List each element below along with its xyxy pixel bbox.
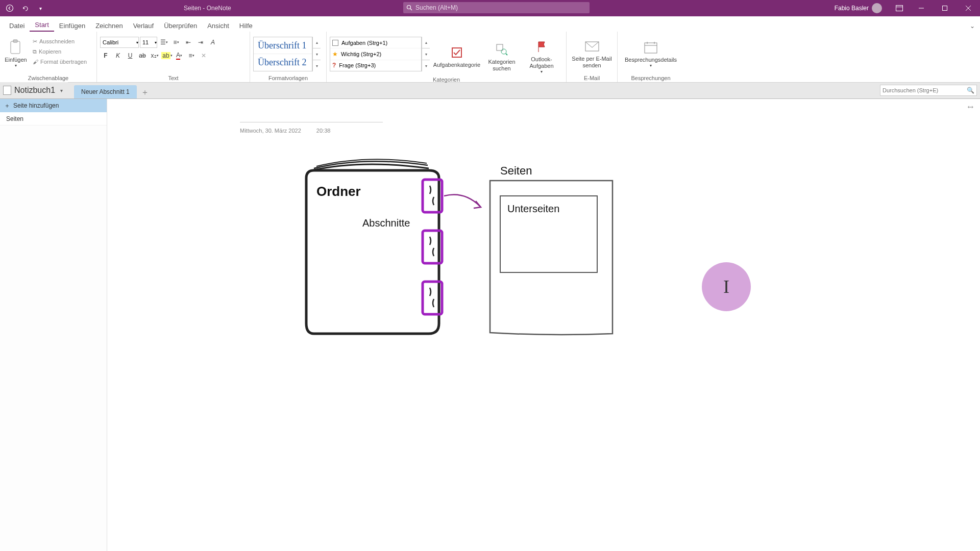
- tags-up[interactable]: ▴: [422, 37, 430, 48]
- styles-up[interactable]: ▴: [313, 37, 321, 48]
- group-label-meeting: Besprechungen: [621, 75, 681, 82]
- meeting-details-button[interactable]: Besprechungsdetails▾: [623, 34, 679, 73]
- group-label-email: E-Mail: [570, 75, 614, 82]
- ribbon-tabs: Datei Start Einfügen Zeichnen Verlauf Üb…: [0, 16, 980, 32]
- notebook-search-input[interactable]: [883, 87, 967, 93]
- indent-button[interactable]: ⇥: [195, 37, 206, 48]
- font-size-combo[interactable]: 11▾: [140, 37, 157, 48]
- maximize-button[interactable]: [933, 0, 957, 16]
- task-category-button[interactable]: Aufgabenkategorie: [434, 37, 480, 77]
- add-page-button[interactable]: ＋ Seite hinzufügen: [0, 99, 107, 112]
- find-tags-button[interactable]: Kategorien suchen: [484, 37, 520, 77]
- checkbox-icon: [332, 40, 338, 46]
- tab-zeichnen[interactable]: Zeichnen: [90, 19, 128, 32]
- styles-down[interactable]: ▾: [313, 48, 321, 60]
- outdent-button[interactable]: ⇤: [183, 37, 194, 48]
- expand-icon[interactable]: ⤢: [966, 102, 976, 112]
- bold-button[interactable]: F: [100, 50, 111, 61]
- drawing-ordner-label: Ordner: [316, 184, 361, 199]
- tags-gallery[interactable]: Aufgaben (Strg+1) ★Wichtig (Strg+2) ?Fra…: [330, 37, 422, 71]
- plus-icon: ＋: [4, 102, 10, 110]
- minimize-button[interactable]: [910, 0, 933, 16]
- tag-search-icon: [494, 41, 510, 58]
- section-tab[interactable]: Neuer Abschnitt 1: [74, 85, 137, 98]
- undo-button[interactable]: [19, 3, 31, 14]
- checkbox-task-icon: [449, 44, 465, 61]
- notebook-selector[interactable]: Notizbuch1 ▾: [0, 82, 68, 98]
- svg-rect-6: [943, 6, 947, 11]
- add-section-button[interactable]: ＋: [139, 86, 151, 98]
- tags-more[interactable]: ▾: [422, 60, 430, 71]
- font-name-combo[interactable]: Calibri▾: [100, 37, 139, 48]
- highlight-button[interactable]: ab▾: [161, 50, 173, 61]
- scissors-icon: ✂: [33, 38, 37, 45]
- svg-rect-16: [645, 43, 657, 53]
- cut-button[interactable]: ✂Ausschneiden: [31, 37, 89, 46]
- delete-button[interactable]: ✕: [198, 50, 209, 61]
- tags-down[interactable]: ▾: [422, 48, 430, 60]
- flag-icon: [533, 39, 550, 55]
- styles-gallery[interactable]: Überschrift 1 Überschrift 2: [253, 37, 312, 71]
- ribbon: Einfügen ▾ ✂Ausschneiden ⧉Kopieren 🖌Form…: [0, 32, 980, 83]
- format-painter-button[interactable]: 🖌Format übertragen: [31, 57, 89, 66]
- page-date: Mittwoch, 30. März 2022: [240, 128, 301, 134]
- page-time: 20:38: [316, 128, 331, 134]
- tab-ueberpruefen[interactable]: Überprüfen: [159, 19, 202, 32]
- page-list-item[interactable]: Seiten: [0, 112, 107, 126]
- svg-rect-9: [11, 41, 20, 54]
- qat-customize[interactable]: ▾: [35, 3, 46, 14]
- svg-point-1: [407, 6, 411, 9]
- brush-icon: 🖌: [33, 59, 38, 65]
- group-label-clipboard: Zwischenablage: [3, 75, 93, 82]
- notebook-search[interactable]: 🔍: [880, 85, 977, 96]
- subscript-button[interactable]: x₂▾: [149, 50, 160, 61]
- drawing-unterseiten-label: Unterseiten: [507, 203, 559, 214]
- tab-verlauf[interactable]: Verlauf: [128, 19, 159, 32]
- notebook-name: Notizbuch1: [14, 86, 55, 95]
- tab-ansicht[interactable]: Ansicht: [202, 19, 234, 32]
- notebook-bar: Notizbuch1 ▾ Neuer Abschnitt 1 ＋ 🔍: [0, 83, 980, 99]
- tab-hilfe[interactable]: Hilfe: [234, 19, 258, 32]
- style-heading1[interactable]: Überschrift 1: [254, 37, 312, 54]
- svg-rect-3: [896, 6, 903, 11]
- font-color-button[interactable]: A▾: [174, 50, 185, 61]
- tab-datei[interactable]: Datei: [4, 19, 30, 32]
- style-heading2[interactable]: Überschrift 2: [254, 54, 312, 71]
- global-search[interactable]: [403, 2, 590, 13]
- paste-button[interactable]: Einfügen ▾: [3, 34, 29, 73]
- svg-rect-10: [13, 40, 17, 42]
- window-layout-button[interactable]: [889, 0, 910, 16]
- collapse-ribbon-button[interactable]: ⌄: [970, 22, 975, 30]
- tab-start[interactable]: Start: [30, 18, 54, 32]
- page-canvas[interactable]: ⤢ Mittwoch, 30. März 2022 20:38: [107, 99, 980, 551]
- strike-button[interactable]: ab: [137, 50, 148, 61]
- calendar-icon: [643, 39, 659, 56]
- bullets-button[interactable]: ☰▾: [158, 37, 169, 48]
- underline-button[interactable]: U: [125, 50, 136, 61]
- align-button[interactable]: ≡▾: [186, 50, 197, 61]
- cursor-highlight: I: [702, 262, 751, 311]
- close-button[interactable]: [957, 0, 980, 16]
- page-title-input[interactable]: [240, 109, 383, 122]
- chevron-down-icon: ▾: [60, 88, 63, 93]
- group-label-text: Text: [100, 75, 247, 82]
- outlook-tasks-button[interactable]: Outlook-Aufgaben▾: [524, 37, 559, 77]
- question-icon: ?: [332, 62, 336, 69]
- user-account[interactable]: Fabio Basler: [835, 3, 882, 13]
- svg-point-13: [501, 49, 506, 54]
- styles-more[interactable]: ▾: [313, 60, 321, 71]
- search-icon: [406, 5, 412, 11]
- search-input[interactable]: [415, 4, 586, 11]
- numbering-button[interactable]: ≡▾: [170, 37, 182, 48]
- email-page-button[interactable]: Seite per E-Mail senden: [572, 34, 612, 73]
- back-button[interactable]: [4, 3, 15, 14]
- tag-question[interactable]: ?Frage (Strg+3): [330, 60, 421, 71]
- tag-todo[interactable]: Aufgaben (Strg+1): [330, 37, 421, 48]
- tab-einfuegen[interactable]: Einfügen: [54, 19, 90, 32]
- tag-important[interactable]: ★Wichtig (Strg+2): [330, 48, 421, 60]
- copy-button[interactable]: ⧉Kopieren: [31, 47, 89, 56]
- italic-button[interactable]: K: [112, 50, 124, 61]
- group-label-styles: Formatvorlagen: [253, 75, 323, 82]
- hand-drawing: Ordner Abschnitte Seiten Unterseiten: [286, 150, 674, 380]
- clear-formatting-button[interactable]: A: [207, 37, 218, 48]
